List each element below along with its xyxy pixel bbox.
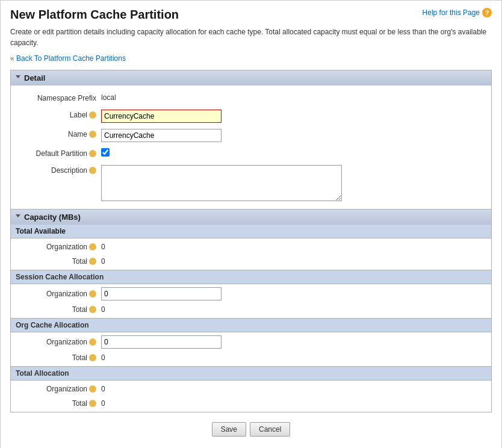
total-alloc-org-label: Organization [11,385,101,393]
cancel-button[interactable]: Cancel [250,422,290,437]
description-label: Description [11,164,101,175]
org-cache-total-label: Total [11,353,101,362]
total-alloc-total-row: Total 0 [11,396,491,411]
session-org-label: Organization [11,290,101,298]
detail-collapse-icon[interactable] [16,75,20,81]
save-button[interactable]: Save [212,422,246,437]
capacity-section-title: Capacity (MBs) [24,213,81,222]
description-required-icon [89,167,96,174]
total-alloc-total-label: Total [11,399,101,408]
total-available-org-label: Organization [11,243,101,251]
description-textarea[interactable] [101,165,342,201]
total-available-rows: Organization 0 Total 0 [11,238,491,270]
default-partition-required-icon [89,150,96,157]
session-total-row: Total 0 [11,302,491,317]
breadcrumb-prefix: « [10,54,14,63]
total-alloc-org-row: Organization 0 [11,382,491,396]
breadcrumb-link[interactable]: Back To Platform Cache Partitions [16,54,126,63]
name-row: Name [11,125,491,145]
label-input-area [101,108,491,123]
session-org-row: Organization [11,285,491,302]
name-required-icon [89,131,96,138]
total-available-total-value: 0 [101,257,105,266]
help-link[interactable]: Help for this Page ? [423,8,492,17]
org-cache-total-value: 0 [101,353,105,362]
session-cache-rows: Organization Total 0 [11,284,491,318]
label-input[interactable] [101,110,222,123]
total-available-org-value: 0 [101,243,105,251]
detail-form-body: Namespace Prefix local Label [11,86,491,209]
default-partition-checkbox[interactable] [101,148,110,157]
label-label: Label [11,108,101,119]
org-cache-total-row: Total 0 [11,350,491,365]
total-allocation-rows: Organization 0 Total 0 [11,381,491,412]
page-title: New Platform Cache Partition [10,8,179,22]
breadcrumb: « Back To Platform Cache Partitions [10,54,492,63]
description-textarea-area [101,164,491,203]
capacity-section: Capacity (MBs) Total Available Organizat… [10,210,492,412]
ta-total-icon [89,258,96,265]
name-label: Name [11,128,101,138]
label-required-icon [89,111,96,119]
default-partition-row: Default Partition [11,145,491,161]
help-icon: ? [482,8,492,17]
session-org-icon [89,290,96,297]
total-alloc-total-value: 0 [101,399,105,408]
default-partition-label: Default Partition [11,147,101,158]
total-available-header: Total Available [11,225,491,238]
session-org-input[interactable] [101,287,222,300]
name-input[interactable] [101,129,222,142]
session-total-icon [89,306,96,313]
org-cache-org-row: Organization [11,334,491,350]
detail-section: Detail Namespace Prefix local Label [10,70,492,210]
org-cache-total-icon [89,354,96,361]
org-cache-rows: Organization Total 0 [11,332,491,366]
session-total-value: 0 [101,305,105,314]
org-cache-org-icon [89,338,96,346]
namespace-prefix-row: Namespace Prefix local [11,89,491,106]
total-alloc-total-icon [89,400,96,407]
total-allocation-header: Total Allocation [11,366,491,381]
total-alloc-org-value: 0 [101,385,105,393]
org-cache-org-label: Organization [11,338,101,346]
help-link-text: Help for this Page [423,8,480,17]
namespace-prefix-value: local [101,91,116,102]
detail-section-header: Detail [11,70,491,86]
total-available-org-row: Organization 0 [11,240,491,254]
org-cache-header: Org Cache Allocation [11,318,491,332]
session-total-label: Total [11,305,101,314]
default-partition-checkbox-area [101,147,491,158]
page-description: Create or edit partition details includi… [10,26,492,48]
name-input-area [101,128,491,142]
description-row: Description [11,161,491,205]
capacity-section-header: Capacity (MBs) [11,210,491,225]
namespace-prefix-label: Namespace Prefix [11,92,101,102]
label-row: Label [11,106,491,125]
session-cache-header: Session Cache Allocation [11,270,491,284]
total-alloc-org-icon [89,385,96,393]
org-cache-org-input[interactable] [101,335,222,349]
ta-org-icon [89,243,96,250]
total-available-total-row: Total 0 [11,254,491,269]
total-available-total-label: Total [11,257,101,266]
detail-section-title: Detail [24,73,45,82]
footer-buttons: Save Cancel [10,422,492,437]
namespace-prefix-value-area: local [101,92,491,102]
capacity-collapse-icon[interactable] [16,214,20,220]
